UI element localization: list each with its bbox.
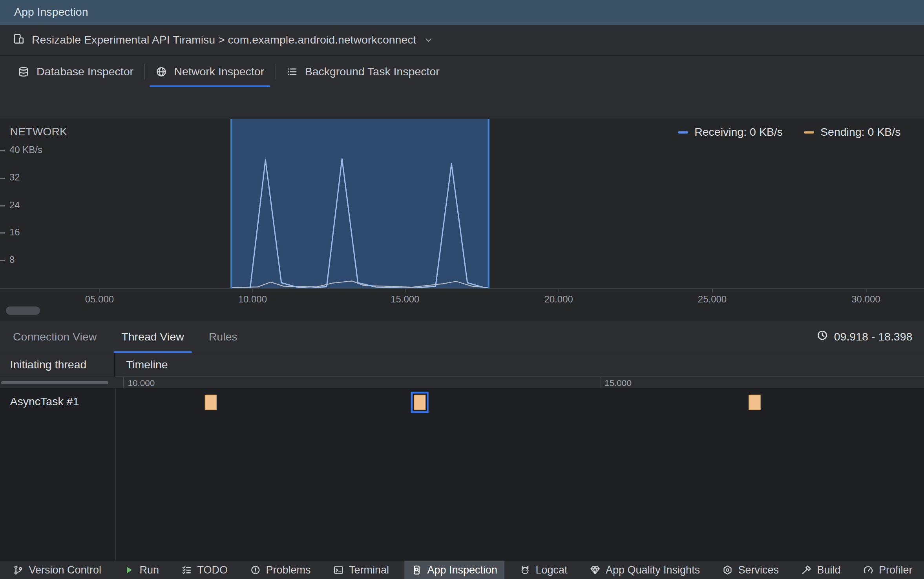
process-selector-label: Resizable Experimental API Tiramisu > co… (32, 33, 416, 46)
x-axis-label: 15.000 (391, 294, 419, 305)
toolwindow-button-label: Build (817, 564, 841, 576)
toolwindow-button-label: App Quality Insights (606, 564, 700, 576)
toolwindow-button-logcat[interactable]: Logcat (513, 561, 575, 579)
layout-device-icon (13, 33, 25, 44)
x-axis-tick (559, 289, 559, 292)
page-title: App Inspection (14, 6, 88, 19)
run-icon (124, 565, 134, 575)
screenshot-stage: App Inspection Resizable Experimental AP… (0, 0, 924, 579)
toolwindow-button-problems[interactable]: Problems (243, 561, 318, 579)
tab-label: Network Inspector (174, 65, 265, 78)
x-axis-tick (252, 289, 253, 292)
view-tab-label: Rules (209, 330, 237, 343)
x-axis-tick (712, 289, 713, 292)
branch-icon (13, 565, 24, 575)
x-axis-label: 25.000 (698, 294, 727, 305)
network-event-block[interactable] (205, 395, 217, 410)
column-divider (115, 388, 116, 560)
tab-background-task-inspector[interactable]: Background Task Inspector (276, 56, 450, 87)
x-axis-label: 05.000 (85, 294, 114, 305)
terminal-icon (333, 565, 343, 575)
view-tab-label: Connection View (13, 330, 97, 343)
ruler-mark-label: 15.000 (604, 378, 632, 388)
network-chart-panel[interactable]: NETWORK Receiving: 0 KB/sSending: 0 KB/s… (0, 119, 924, 321)
tab-database-inspector[interactable]: Database Inspector (7, 56, 144, 87)
toolwindow-button-app-inspection[interactable]: App Inspection (404, 561, 504, 579)
thread-table-header: Initiating thread Timeline (0, 353, 924, 377)
empty-toolbar-strip (0, 87, 924, 119)
toolwindow-button-label: Services (738, 564, 779, 576)
build-icon (801, 565, 812, 575)
thread-row-label: AsyncTask #1 (10, 395, 79, 408)
toolwindow-button-run[interactable]: Run (117, 561, 166, 579)
thread-column-scrollbar[interactable] (1, 381, 108, 384)
app-inspection-window: App Inspection Resizable Experimental AP… (0, 0, 924, 579)
ruler-mark-line (123, 377, 123, 388)
view-tab-rules[interactable]: Rules (196, 320, 250, 353)
selected-range-label: 09.918 - 18.398 (834, 330, 913, 343)
timeline-ruler: 10.00015.000 (0, 377, 924, 388)
clock-icon (816, 330, 828, 341)
tab-network-inspector[interactable]: Network Inspector (145, 56, 275, 87)
selection-region[interactable] (231, 119, 488, 288)
toolwindow-button-profiler[interactable]: Profiler (856, 561, 920, 579)
toolwindow-button-label: Problems (266, 564, 310, 576)
app-inspection-icon (411, 565, 422, 575)
chevron-down-icon (423, 35, 434, 45)
ruler-mark-label: 10.000 (128, 378, 155, 388)
x-axis-label: 30.000 (851, 294, 880, 305)
toolwindow-button-label: Terminal (349, 564, 389, 576)
services-icon (722, 565, 733, 575)
column-header-timeline: Timeline (115, 353, 924, 377)
view-tabs: Connection ViewThread ViewRules 09.918 -… (0, 320, 924, 353)
network-usage-chart[interactable] (0, 119, 924, 288)
column-header-initiating-thread: Initiating thread (0, 353, 115, 377)
database-icon (18, 66, 29, 77)
globe-icon (155, 66, 167, 77)
network-event-block-selected[interactable] (414, 395, 425, 410)
x-axis-tick (405, 289, 405, 292)
toolwindow-button-app-quality-insights[interactable]: App Quality Insights (583, 561, 707, 579)
view-tab-thread-view[interactable]: Thread View (109, 320, 196, 353)
view-tab-label: Thread View (121, 330, 184, 343)
problems-icon (250, 565, 261, 575)
toolwindow-button-build[interactable]: Build (794, 561, 848, 579)
selected-range-indicator: 09.918 - 18.398 (816, 320, 913, 353)
x-axis-label: 10.000 (238, 294, 267, 305)
x-axis-tick (866, 289, 866, 292)
x-axis-label: 20.000 (544, 294, 573, 305)
tool-window-titlebar: App Inspection (0, 0, 924, 25)
toolwindow-button-terminal[interactable]: Terminal (326, 561, 396, 579)
toolwindow-button-label: App Inspection (427, 564, 497, 576)
toolwindow-button-services[interactable]: Services (715, 561, 786, 579)
toolwindow-button-label: Run (140, 564, 159, 576)
device-icon-slot (13, 33, 25, 47)
toolwindow-button-todo[interactable]: TODO (174, 561, 235, 579)
profiler-icon (863, 565, 874, 575)
clock-icon-slot (816, 330, 828, 344)
thread-table-body: AsyncTask #1 (0, 388, 924, 560)
insights-icon (590, 565, 601, 575)
toolwindow-button-label: Logcat (536, 564, 568, 576)
tab-label: Database Inspector (37, 65, 133, 78)
toolwindow-button-label: Version Control (29, 564, 101, 576)
ruler-mark-line (600, 377, 600, 388)
chart-scrollbar[interactable] (6, 306, 40, 315)
todo-icon (181, 565, 192, 575)
inspector-tabs: Database InspectorNetwork InspectorBackg… (0, 56, 924, 87)
ruler-top-line (115, 377, 924, 377)
network-event-block[interactable] (749, 395, 760, 410)
selection-left-edge[interactable] (230, 119, 232, 288)
selection-right-edge[interactable] (488, 119, 489, 288)
view-tab-connection-view[interactable]: Connection View (0, 320, 109, 353)
logcat-icon (520, 565, 530, 575)
process-selector[interactable]: Resizable Experimental API Tiramisu > co… (0, 25, 924, 56)
toolwindow-button-version-control[interactable]: Version Control (6, 561, 108, 579)
chevron-slot[interactable] (423, 35, 434, 45)
list-icon (286, 66, 298, 77)
tab-label: Background Task Inspector (305, 65, 440, 78)
toolwindow-button-label: Profiler (879, 564, 913, 576)
chart-baseline (0, 288, 924, 289)
x-axis-tick (99, 289, 100, 292)
tool-window-bar: Version ControlRunTODOProblemsTerminalAp… (0, 560, 924, 579)
